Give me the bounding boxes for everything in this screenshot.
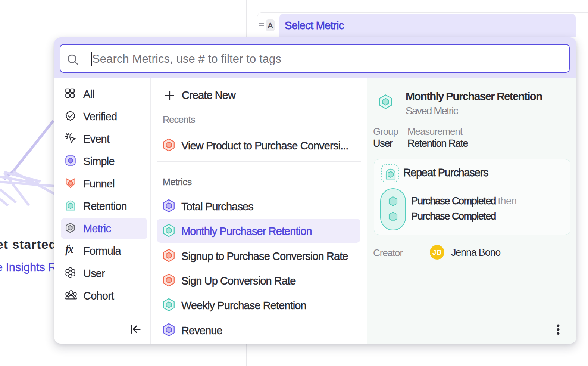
svg-text:fx: fx [65, 244, 73, 255]
